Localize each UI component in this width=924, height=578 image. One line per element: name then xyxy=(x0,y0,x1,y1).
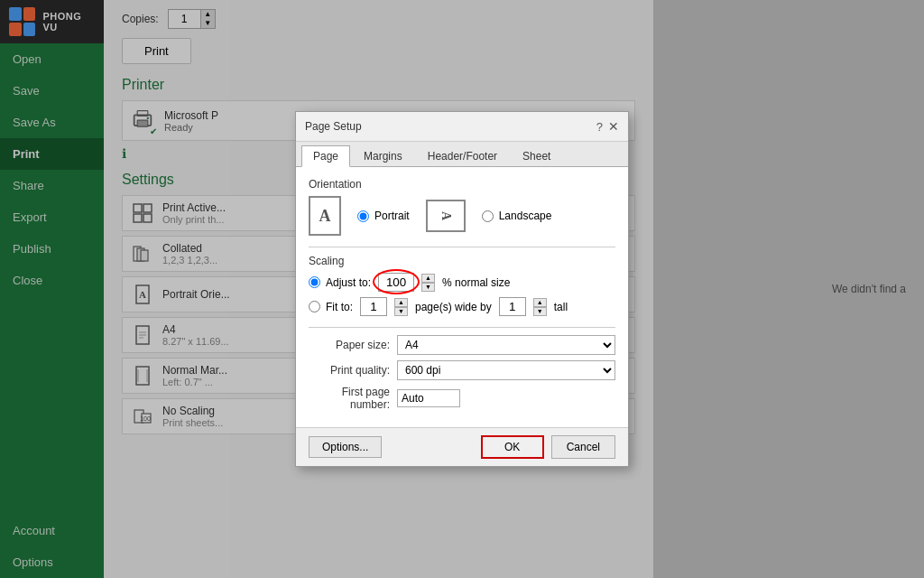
scaling-up[interactable]: ▲ xyxy=(421,274,435,283)
dialog-footer: Options... OK Cancel xyxy=(296,427,628,466)
portrait-label: Portrait xyxy=(374,210,410,222)
dialog-overlay: Page Setup ? ✕ Page Margins Header/Foote… xyxy=(0,0,924,578)
first-page-row: First page number: Auto xyxy=(309,386,615,411)
cancel-button[interactable]: Cancel xyxy=(551,435,615,459)
paper-size-label: Paper size: xyxy=(309,339,390,351)
tab-header-footer[interactable]: Header/Footer xyxy=(416,145,509,166)
dialog-titlebar: Page Setup ? ✕ xyxy=(296,112,628,142)
page-setup-dialog: Page Setup ? ✕ Page Margins Header/Foote… xyxy=(295,111,629,467)
tab-page[interactable]: Page xyxy=(301,145,350,167)
dialog-title: Page Setup xyxy=(305,120,362,133)
paper-size-row: Paper size: A4 xyxy=(309,335,615,355)
fit-wide-spinners: ▲ ▼ xyxy=(394,298,408,316)
divider-2 xyxy=(309,327,615,328)
divider-1 xyxy=(309,247,615,247)
ok-button[interactable]: OK xyxy=(481,435,544,459)
tab-margins[interactable]: Margins xyxy=(352,145,414,166)
dialog-help-button[interactable]: ? xyxy=(596,119,603,134)
landscape-label: Landscape xyxy=(499,210,552,222)
adjust-row: Adjust to: 100 ▲ ▼ % normal size xyxy=(309,273,615,292)
fit-wide-down[interactable]: ▼ xyxy=(394,307,408,316)
adjust-label: Adjust to: xyxy=(326,276,371,289)
fit-radio[interactable] xyxy=(309,301,320,312)
fit-wide-suffix: page(s) wide by xyxy=(415,301,492,313)
adjust-suffix: % normal size xyxy=(442,276,510,289)
scaling-section: Scaling Adjust to: 100 ▲ ▼ % normal size xyxy=(309,255,615,316)
adjust-radio[interactable] xyxy=(309,276,320,288)
scaling-input-container: 100 xyxy=(378,273,414,292)
tab-sheet[interactable]: Sheet xyxy=(511,145,562,166)
fit-row: Fit to: 1 ▲ ▼ page(s) wide by 1 ▲ ▼ tall xyxy=(309,297,615,316)
orientation-row: A Portrait A Landscape xyxy=(309,196,615,236)
fit-tall-spinners: ▲ ▼ xyxy=(533,298,547,316)
portrait-radio[interactable] xyxy=(357,210,369,222)
paper-size-select[interactable]: A4 xyxy=(397,335,615,355)
dialog-controls: ? ✕ xyxy=(596,119,619,134)
fit-tall-down[interactable]: ▼ xyxy=(533,307,547,316)
fit-wide-input[interactable]: 1 xyxy=(360,297,387,316)
print-quality-label: Print quality: xyxy=(309,364,390,377)
first-page-input[interactable]: Auto xyxy=(397,389,460,407)
portrait-orient-icon: A xyxy=(309,196,341,236)
orientation-section: Orientation A Portrait A Landscape xyxy=(309,178,615,236)
adjust-option[interactable]: Adjust to: xyxy=(309,276,371,289)
landscape-radio[interactable] xyxy=(482,210,494,222)
landscape-orient-icon: A xyxy=(426,200,466,232)
footer-right: OK Cancel xyxy=(481,435,615,459)
fit-tall-suffix: tall xyxy=(554,301,568,313)
scaling-title: Scaling xyxy=(309,255,615,267)
portrait-option[interactable]: Portrait xyxy=(357,210,410,222)
footer-left: Options... xyxy=(309,436,382,458)
dialog-tabs: Page Margins Header/Footer Sheet xyxy=(296,142,628,167)
first-page-label: First page number: xyxy=(309,386,390,411)
fit-label: Fit to: xyxy=(326,301,353,313)
dialog-close-button[interactable]: ✕ xyxy=(608,119,619,134)
orientation-title: Orientation xyxy=(309,178,615,191)
options-button[interactable]: Options... xyxy=(309,436,382,458)
fit-tall-up[interactable]: ▲ xyxy=(533,298,547,307)
fit-wide-up[interactable]: ▲ xyxy=(394,298,408,307)
scaling-input[interactable]: 100 xyxy=(378,273,414,292)
scaling-down[interactable]: ▼ xyxy=(421,283,435,292)
landscape-option[interactable]: Landscape xyxy=(482,210,552,222)
dialog-body: Orientation A Portrait A Landscape xyxy=(296,167,628,427)
scaling-spinners: ▲ ▼ xyxy=(421,274,435,292)
fit-tall-input[interactable]: 1 xyxy=(499,297,526,316)
print-quality-select[interactable]: 600 dpi xyxy=(397,360,615,380)
print-quality-row: Print quality: 600 dpi xyxy=(309,360,615,380)
fit-option[interactable]: Fit to: xyxy=(309,301,353,313)
